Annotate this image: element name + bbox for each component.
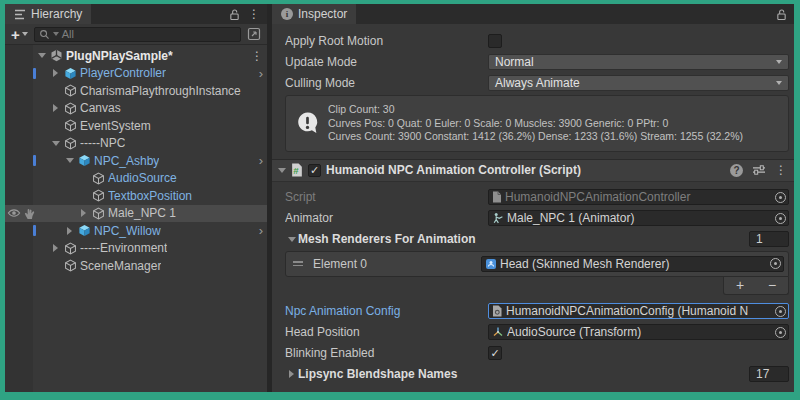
tree-row-environment[interactable]: -----Environment xyxy=(5,240,267,258)
help-icon[interactable]: ? xyxy=(730,164,743,177)
hierarchy-tabbar: Hierarchy ⋮ xyxy=(5,4,267,24)
foldout-open-icon[interactable] xyxy=(63,158,76,163)
tree-row-charismaplaythroughinstance[interactable]: CharismaPlaythroughInstance xyxy=(5,82,267,100)
update-mode-row: Update Mode Normal xyxy=(272,51,794,72)
hierarchy-search-input[interactable]: All xyxy=(34,27,241,42)
lipsync-label: Lipsync Blendshape Names xyxy=(285,367,488,381)
hierarchy-menu-icon[interactable]: ⋮ xyxy=(248,8,260,20)
foldout-closed-icon[interactable] xyxy=(77,209,90,217)
tree-row-npc-ashby[interactable]: NPC_Ashby› xyxy=(5,152,267,170)
hierarchy-panel: Hierarchy ⋮ + All xyxy=(5,4,267,392)
foldout-closed-icon[interactable] xyxy=(49,244,62,252)
scene-menu-icon[interactable]: ⋮ xyxy=(251,50,263,62)
mesh-renderers-header-row[interactable]: Mesh Renderers For Animation 1 xyxy=(272,229,794,250)
tree-row-label: SceneManager xyxy=(80,259,161,273)
foldout-closed-icon[interactable] xyxy=(49,104,62,112)
npc-animation-config-field[interactable]: HumanoidNPCAnimationConfig (Humanoid N xyxy=(488,303,789,319)
prefab-open-chevron-icon[interactable]: › xyxy=(259,67,263,80)
foldout-open-icon[interactable] xyxy=(278,168,286,173)
warning-bubble-icon xyxy=(295,111,320,136)
tree-row-label: EventSystem xyxy=(80,119,151,133)
inspector-panel: i Inspector Apply Root Motion Update Mod… xyxy=(272,4,794,392)
search-filter-caret-icon[interactable] xyxy=(53,32,59,36)
foldout-open-icon[interactable] xyxy=(35,53,48,58)
pick-icon[interactable] xyxy=(23,207,36,220)
lock-icon[interactable] xyxy=(776,8,787,21)
inspector-tab[interactable]: i Inspector xyxy=(272,4,356,24)
script-row: Script HumanoidNPCAnimationController xyxy=(272,187,794,208)
tree-row-label: CharismaPlaythroughInstance xyxy=(80,84,241,98)
hierarchy-toolbar: + All xyxy=(5,24,267,45)
gameobject-cube-icon xyxy=(62,259,78,272)
scene-picker-window-icon[interactable] xyxy=(247,27,261,41)
tree-row-plugnplaysample[interactable]: PlugNPlaySample*⋮ xyxy=(5,47,267,65)
tree-row-npc-willow[interactable]: NPC_Willow› xyxy=(5,222,267,240)
apply-root-motion-checkbox[interactable] xyxy=(488,34,502,48)
lipsync-blendshape-names-row[interactable]: Lipsync Blendshape Names 17 xyxy=(272,364,794,385)
lipsync-size-field[interactable]: 17 xyxy=(749,366,789,382)
gameobject-cube-icon xyxy=(62,119,78,132)
component-enabled-checkbox[interactable]: ✓ xyxy=(308,164,321,177)
tree-row-audiosource[interactable]: AudioSource xyxy=(5,170,267,188)
foldout-open-icon[interactable] xyxy=(288,237,296,242)
foldout-open-icon[interactable] xyxy=(49,141,62,146)
presets-icon[interactable] xyxy=(752,164,766,176)
tree-row-scenemanager[interactable]: SceneManager xyxy=(5,257,267,275)
object-picker-icon[interactable] xyxy=(770,258,781,269)
object-picker-icon[interactable] xyxy=(775,192,786,203)
component-title: Humanoid NPC Animation Controller (Scrip… xyxy=(326,163,581,177)
animator-info-box: Clip Count: 30 Curves Pos: 0 Quat: 0 Eul… xyxy=(285,95,789,152)
foldout-closed-icon[interactable] xyxy=(63,227,76,235)
apply-root-motion-row: Apply Root Motion xyxy=(272,30,794,51)
update-mode-dropdown[interactable]: Normal xyxy=(488,54,789,70)
element-object-field[interactable]: Head (Skinned Mesh Renderer) xyxy=(481,256,784,272)
npc-animation-config-label: Npc Animation Config xyxy=(285,304,488,318)
gameobject-cube-icon xyxy=(62,84,78,97)
prefab-open-chevron-icon[interactable]: › xyxy=(259,224,263,237)
script-object-field[interactable]: HumanoidNPCAnimationController xyxy=(488,189,789,205)
script-label: Script xyxy=(285,190,488,204)
gameobject-cube-icon xyxy=(90,172,106,185)
create-object-button[interactable]: + xyxy=(11,27,28,42)
drag-handle-icon[interactable] xyxy=(293,261,303,266)
culling-mode-dropdown[interactable]: Always Animate xyxy=(488,75,789,91)
foldout-closed-icon[interactable] xyxy=(289,370,294,378)
object-picker-icon[interactable] xyxy=(775,306,786,317)
script-component-header[interactable]: # ✓ Humanoid NPC Animation Controller (S… xyxy=(272,159,794,182)
mesh-renderers-size-field[interactable]: 1 xyxy=(749,231,789,247)
gameobject-cube-icon xyxy=(62,102,78,115)
foldout-closed-icon[interactable] xyxy=(49,69,62,77)
npc-animation-config-row: Npc Animation Config HumanoidNPCAnimatio… xyxy=(272,301,794,322)
lock-icon[interactable] xyxy=(229,8,240,21)
head-position-field[interactable]: AudioSource (Transform) xyxy=(488,324,789,340)
tree-row-label: AudioSource xyxy=(108,171,177,185)
tree-row-male-npc-1[interactable]: Male_NPC 1 xyxy=(5,205,267,223)
hierarchy-tab[interactable]: Hierarchy xyxy=(5,4,91,24)
update-mode-label: Update Mode xyxy=(285,55,488,69)
animator-label: Animator xyxy=(285,211,488,225)
animator-object-field[interactable]: Male_NPC 1 (Animator) xyxy=(488,210,789,226)
csharp-script-icon: # xyxy=(291,163,303,177)
component-menu-icon[interactable]: ⋮ xyxy=(775,164,787,176)
tree-row-npc[interactable]: -----NPC xyxy=(5,135,267,153)
object-picker-icon[interactable] xyxy=(775,213,786,224)
list-footer: + − xyxy=(723,277,789,295)
curves-pos-text: Curves Pos: 0 Quat: 0 Euler: 0 Scale: 0 … xyxy=(328,117,780,131)
tree-row-playercontroller[interactable]: PlayerController› xyxy=(5,65,267,83)
info-icon: i xyxy=(281,8,293,20)
gameobject-cube-icon xyxy=(62,242,78,255)
eye-icon[interactable] xyxy=(7,207,21,220)
tree-row-eventsystem[interactable]: EventSystem xyxy=(5,117,267,135)
mesh-renderers-element-row[interactable]: Element 0 Head (Skinned Mesh Renderer) xyxy=(285,251,789,277)
search-icon xyxy=(39,29,50,40)
prefab-cube-icon xyxy=(76,154,92,167)
remove-element-button[interactable]: − xyxy=(768,278,776,292)
add-element-button[interactable]: + xyxy=(736,278,744,292)
tree-row-canvas[interactable]: Canvas xyxy=(5,100,267,118)
object-picker-icon[interactable] xyxy=(775,327,786,338)
script-file-icon xyxy=(492,191,502,203)
prefab-open-chevron-icon[interactable]: › xyxy=(259,154,263,167)
blinking-enabled-checkbox[interactable]: ✓ xyxy=(488,346,502,360)
tree-row-textboxposition[interactable]: TextboxPosition xyxy=(5,187,267,205)
chevron-down-icon xyxy=(776,81,782,85)
